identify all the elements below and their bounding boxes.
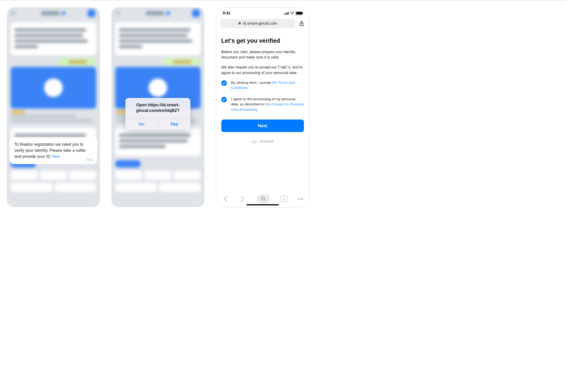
phone-3-verification-page: 9:41 id.smart-glocal.com Let's get yo [216,7,309,208]
terms-checkbox[interactable] [221,80,227,86]
back-button[interactable] [222,196,229,202]
terms-check-row: By clicking Next, I accept the Terms and… [221,80,304,91]
tabs-button[interactable]: 1 [281,196,287,202]
intro-paragraph-1: Before you start, please prepare your id… [221,49,304,60]
address-bar[interactable]: id.smart-glocal.com [220,19,295,28]
phone-2-open-url-alert: Open https://id.smart- glocal.com/en/idq… [112,7,204,207]
chat-message-text: To finalize registration we need you to … [14,142,85,159]
sumsub-logo-icon [252,139,257,144]
lock-icon [238,21,241,26]
forward-button[interactable] [239,196,246,202]
screenshot-gallery: To finalize registration we need you to … [0,0,567,217]
alert-yes-button[interactable]: Yes [158,118,191,130]
status-time: 9:41 [223,11,231,15]
open-url-alert: Open https://id.smart- glocal.com/en/idq… [125,98,190,130]
intro-paragraph-2: We also require you to accept our T's&C'… [221,65,304,75]
next-button[interactable]: Next [221,120,304,132]
address-bar-url: id.smart-glocal.com [243,21,277,26]
blurred-chat-bg [7,7,100,207]
more-button[interactable] [298,198,303,200]
provider-brand-label: Sumsub [260,139,274,143]
status-bar: 9:41 [216,8,309,16]
chat-message-bubble: To finalize registration we need you to … [10,137,97,164]
provider-brand: Sumsub [221,139,304,144]
page-title: Let's get you verified [221,37,304,44]
alert-no-button[interactable]: No [125,118,158,130]
consent-checkbox[interactable] [221,97,227,102]
phone-1-chat-bubble: To finalize registration we need you to … [7,7,100,207]
battery-icon [296,12,303,15]
alert-message: Open https://id.smart- glocal.com/en/idq… [125,98,190,118]
page-content: Let's get you verified Before you start,… [216,31,309,144]
verify-id-link[interactable]: here [52,154,60,159]
chat-message-time: 9:41 [87,157,93,162]
home-indicator [246,204,279,205]
cellular-icon [284,12,289,15]
browser-toolbar: id.smart-glocal.com [216,16,309,31]
search-button[interactable] [256,194,270,204]
consent-check-row: I agree to the processing of my personal… [221,97,304,112]
wifi-icon [290,12,294,15]
share-button[interactable] [298,20,305,27]
